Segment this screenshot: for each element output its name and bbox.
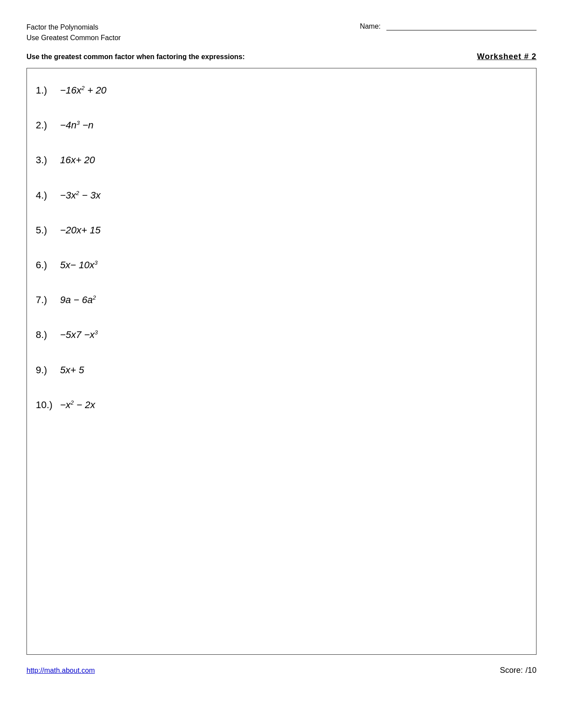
title-line2: Use Greatest Common Factor xyxy=(26,33,121,43)
score-label: Score: xyxy=(500,666,523,675)
footer-link[interactable]: http://math.about.com xyxy=(26,667,95,675)
problem-7-expression: 9a − 6a2 xyxy=(60,292,96,308)
problem-9-expression: 5x+ 5 xyxy=(60,362,84,378)
problem-7-number: 7.) xyxy=(36,292,60,308)
problem-2-expression: −4n3 −n xyxy=(60,117,94,133)
name-label: Name: xyxy=(360,23,381,30)
problem-10-number: 10.) xyxy=(36,397,60,413)
problem-2-number: 2.) xyxy=(36,117,60,133)
problem-9: 9.) 5x+ 5 xyxy=(36,353,527,387)
title-line1: Factor the Polynomials xyxy=(26,22,121,33)
header-section: Factor the Polynomials Use Greatest Comm… xyxy=(26,22,537,43)
problem-5: 5.) −20x+ 15 xyxy=(36,213,527,248)
header-right: Name: xyxy=(360,22,537,30)
problem-8-expression: −5x7 −x3 xyxy=(60,327,98,342)
problem-3: 3.) 16x+ 20 xyxy=(36,143,527,177)
problems-box: 1.) −16x2 + 20 2.) −4n3 −n 3.) 16x+ 20 4… xyxy=(26,68,537,655)
score-section: Score: /10 xyxy=(500,666,537,675)
problem-4: 4.) −3x2 − 3x xyxy=(36,178,527,213)
problem-1-expression: −16x2 + 20 xyxy=(60,83,106,98)
footer: http://math.about.com Score: /10 xyxy=(26,666,537,675)
problem-3-number: 3.) xyxy=(36,152,60,168)
problem-8-number: 8.) xyxy=(36,327,60,342)
problem-10-expression: −x2 − 2x xyxy=(60,397,95,413)
problem-8: 8.) −5x7 −x3 xyxy=(36,317,527,352)
problem-2: 2.) −4n3 −n xyxy=(36,108,527,143)
name-line xyxy=(386,22,537,30)
problem-6-number: 6.) xyxy=(36,257,60,273)
problem-1: 1.) −16x2 + 20 xyxy=(36,73,527,108)
problem-1-number: 1.) xyxy=(36,83,60,98)
problem-6-expression: 5x− 10x3 xyxy=(60,257,98,273)
worksheet-title: Worksheet # 2 xyxy=(477,52,537,61)
problem-5-number: 5.) xyxy=(36,222,60,238)
problem-5-expression: −20x+ 15 xyxy=(60,222,101,238)
problem-3-expression: 16x+ 20 xyxy=(60,152,95,168)
problem-4-number: 4.) xyxy=(36,188,60,203)
problem-4-expression: −3x2 − 3x xyxy=(60,188,101,203)
instruction-text: Use the greatest common factor when fact… xyxy=(26,53,245,61)
problem-9-number: 9.) xyxy=(36,362,60,378)
problem-7: 7.) 9a − 6a2 xyxy=(36,282,527,317)
header-left: Factor the Polynomials Use Greatest Comm… xyxy=(26,22,121,43)
problem-10: 10.) −x2 − 2x xyxy=(36,387,527,422)
problem-6: 6.) 5x− 10x3 xyxy=(36,248,527,282)
score-value: /10 xyxy=(525,666,537,675)
instruction-row: Use the greatest common factor when fact… xyxy=(26,52,537,61)
